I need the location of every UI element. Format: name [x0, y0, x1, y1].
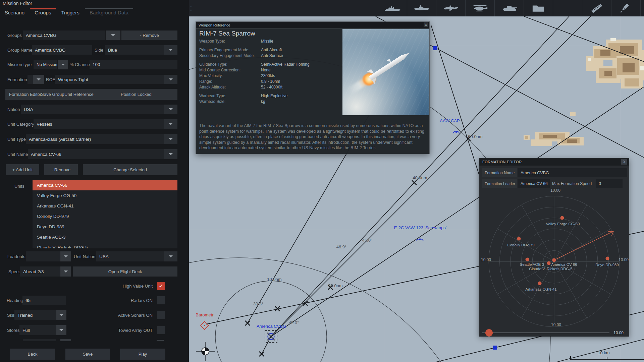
toggle-checkbox[interactable]: [157, 296, 165, 304]
formation-editor-titlebar[interactable]: FORMATION EDITOR: [479, 158, 629, 166]
unit-list-item[interactable]: Valley Forge CG-50: [33, 190, 177, 201]
footer-button[interactable]: Save: [65, 349, 110, 360]
formation-unit-dot[interactable]: [560, 216, 564, 220]
toolbar-tool-button[interactable]: [465, 0, 494, 16]
mission-type-label: Mission type: [7, 60, 32, 69]
unit-nation-select[interactable]: USA: [96, 251, 177, 261]
formation-unit-dot[interactable]: [526, 258, 529, 261]
tool-icon: [617, 3, 635, 13]
editor-tab[interactable]: Background Data: [89, 7, 129, 19]
chance-input[interactable]: 100: [90, 60, 177, 69]
skill-dropdown-button[interactable]: [56, 310, 66, 320]
formation-unit-dot[interactable]: [547, 261, 551, 265]
unit-list-item[interactable]: Conolly DD-979: [33, 211, 177, 222]
unit-name-dropdown-button[interactable]: [164, 149, 177, 159]
formation-name-label: Formation Name: [482, 168, 517, 177]
toolbar-tool-button[interactable]: [582, 0, 611, 16]
toolbar-tool-button[interactable]: [611, 0, 640, 16]
skill-select[interactable]: Trained: [14, 310, 56, 320]
slider-handle[interactable]: [485, 329, 493, 337]
radar-range-label: 10.00: [619, 257, 629, 262]
unit-list-item[interactable]: Deyo DD-989: [33, 222, 177, 232]
formation-unit-dot[interactable]: [517, 237, 521, 241]
radar-range-label: 10.00: [550, 188, 560, 193]
loadouts-select[interactable]: [26, 251, 60, 261]
editor-tab[interactable]: Scenario: [4, 7, 25, 19]
formation-leader-select[interactable]: America CV-66: [518, 179, 550, 188]
stores-dropdown-button[interactable]: [56, 325, 66, 335]
unit-type-dropdown-button[interactable]: [164, 134, 177, 144]
toolbar-tool-button[interactable]: [407, 0, 436, 16]
groups-select[interactable]: America CVBG: [23, 31, 105, 40]
group-toolbar: Formation Editor Save Group Unit Referen…: [5, 89, 177, 100]
formation-unit-label: America CV-66: [551, 262, 577, 266]
unit-name-select[interactable]: America CV-66: [28, 149, 177, 159]
toggle-checkbox[interactable]: [157, 326, 165, 334]
nation-dropdown-button[interactable]: [164, 105, 177, 114]
formation-unit-dot[interactable]: [606, 257, 609, 260]
formation-unit-dot[interactable]: [552, 258, 556, 262]
unit-nation-dropdown-button[interactable]: [164, 251, 177, 261]
toggle-checkbox[interactable]: [157, 311, 165, 319]
stores-select[interactable]: Full: [19, 325, 56, 335]
spec-label: Guidance Type:: [199, 62, 261, 67]
close-button[interactable]: X: [621, 159, 627, 165]
roe-dropdown-button[interactable]: [164, 75, 177, 84]
tool-icon: [384, 3, 401, 13]
close-button[interactable]: X: [424, 22, 428, 27]
heading-input[interactable]: 65: [22, 296, 66, 305]
side-select[interactable]: Blue: [105, 45, 177, 55]
roe-select[interactable]: Weapons Tight: [55, 75, 177, 84]
formation-select[interactable]: [28, 75, 33, 84]
formation-unit-dot[interactable]: [538, 282, 542, 285]
group-name-input[interactable]: America CVBG: [32, 45, 92, 55]
mission-type-dropdown-button[interactable]: [58, 60, 68, 69]
unit-list-item[interactable]: Arkansas CGN-41: [33, 201, 177, 211]
tool-icon: [500, 3, 518, 13]
unit-list-item[interactable]: Seattle AOE-3: [33, 232, 177, 242]
footer-button[interactable]: Back: [10, 349, 55, 360]
nation-select[interactable]: USA: [21, 105, 177, 114]
toolbar-tool-button[interactable]: [378, 0, 407, 16]
unit-reference-button[interactable]: Unit Reference: [64, 89, 94, 100]
groups-dropdown-button[interactable]: [106, 31, 120, 40]
formation-editor-button[interactable]: Formation Editor: [9, 89, 41, 100]
formation-name-input[interactable]: America CVBG: [518, 168, 627, 177]
unit-type-select[interactable]: America-class (Aircraft Carrier): [26, 134, 177, 144]
chevron-down-icon: [169, 255, 173, 259]
formation-dropdown-button[interactable]: [33, 75, 44, 84]
editor-tab[interactable]: Triggers: [60, 7, 80, 19]
toolbar-divider: [553, 0, 553, 16]
weapon-reference-titlebar[interactable]: Weapon Reference: [196, 22, 429, 28]
max-formation-speed-input[interactable]: 0: [596, 179, 623, 188]
open-flight-deck-button[interactable]: Open Flight Deck: [73, 266, 177, 277]
toolbar-tool-button[interactable]: [436, 0, 465, 16]
weapon-name: RIM-7 Sea Sparrow: [199, 30, 255, 37]
mission-type-select[interactable]: No Mission: [34, 60, 57, 69]
unit-category-select[interactable]: Vessels: [34, 119, 177, 129]
unit-category-dropdown-button[interactable]: [164, 119, 177, 129]
spec-value: Anti-Aircraft: [261, 48, 282, 52]
editor-tab[interactable]: Groups: [34, 7, 52, 19]
toolbar-tool-button[interactable]: [524, 0, 553, 16]
toggle-checkbox[interactable]: [157, 282, 165, 290]
speed-dropdown-button[interactable]: [60, 266, 71, 277]
footer-button[interactable]: Play: [120, 349, 165, 360]
change-selected-button[interactable]: Change Selected: [83, 164, 177, 175]
unit-name-label: Unit Name: [7, 149, 28, 159]
unit-list-item[interactable]: America CV-66: [33, 180, 177, 190]
toolbar-tool-button[interactable]: [640, 0, 644, 16]
toolbar-tool-button[interactable]: [494, 0, 524, 16]
add-unit-button[interactable]: + Add Unit: [6, 164, 39, 175]
position-locked-toggle[interactable]: Position Locked: [121, 89, 152, 100]
formation-range-slider[interactable]: [482, 333, 609, 333]
save-group-button[interactable]: Save Group: [41, 89, 64, 100]
speed-select[interactable]: Ahead 2/3: [20, 266, 60, 277]
remove-group-button[interactable]: - Remove: [121, 31, 177, 40]
spec-row: Secondary Engagement Mode: Anti-Surface: [199, 53, 341, 58]
unit-list-item[interactable]: Claude V. Rickets DDG-5: [33, 242, 177, 248]
remove-unit-button[interactable]: - Remove: [44, 164, 78, 175]
side-dropdown-button[interactable]: [164, 45, 177, 55]
spec-value: Missile: [261, 39, 273, 44]
loadouts-dropdown-button[interactable]: [60, 251, 71, 261]
